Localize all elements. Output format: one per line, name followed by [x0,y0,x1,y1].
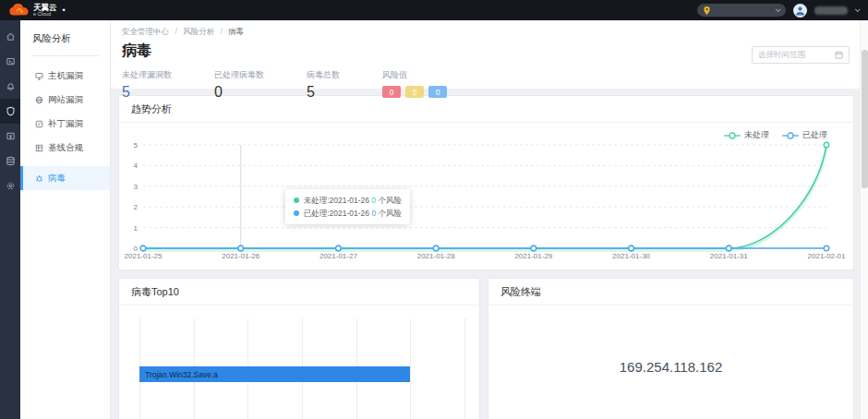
risk-terminal-card: 风险终端 169.254.118.162 [488,278,854,419]
stats-row: 未处理漏洞数 5 已处理病毒数 0 病毒总数 5 风险值 050 [122,69,857,101]
stat-label: 未处理漏洞数 [122,69,172,81]
home-icon[interactable] [0,24,20,49]
brand-dot: • [63,6,66,15]
resources-icon[interactable] [0,149,20,174]
main-content: 安全管理中心 / 风险分析 / 病毒 病毒 未处理漏洞数 5 已处理病毒数 0 … [111,20,868,419]
bell-icon[interactable] [0,74,20,99]
risk-terminal-title: 风险终端 [488,279,853,305]
billing-icon[interactable] [0,124,20,149]
brand-logo[interactable]: 天翼云 e Cloud • [7,4,66,17]
chevron-down-icon [776,6,781,12]
stat-value: 5 [122,84,172,101]
host-monitor-icon [35,72,43,80]
grid-icon [35,144,43,152]
page-header: 安全管理中心 / 风险分析 / 病毒 病毒 未处理漏洞数 5 已处理病毒数 0 … [111,20,868,89]
scrollbar-thumb[interactable] [862,50,868,188]
risk-badge: 0 [382,86,401,98]
series-dot-icon [294,210,299,216]
risk-terminal-body: 169.254.118.162 [488,305,853,419]
breadcrumb-current: 病毒 [228,27,244,36]
sidebar-item-website-vuln[interactable]: 网站漏洞 [20,89,110,111]
stat-label: 已处理病毒数 [214,69,264,81]
sidebar-item-label: 主机漏洞 [48,70,83,82]
y-axis-tick: 4 [121,162,138,170]
x-axis-tick: 2021-01-27 [319,252,357,260]
x-axis-tick: 2021-01-30 [612,252,650,260]
y-axis-tick: 1 [121,224,138,233]
x-axis-tick: 2021-01-31 [710,252,748,260]
sidebar-item-host-vuln[interactable]: 主机漏洞 [20,65,110,87]
breadcrumb-risk-analysis[interactable]: 风险分析 [183,27,214,36]
chart-tooltip: 未处理:2021-01-26 0 个风险已处理:2021-01-26 0 个风险 [285,189,410,224]
security-shield-icon[interactable] [0,99,20,124]
user-menu-chevron-icon[interactable] [855,6,861,12]
settings-gear-icon[interactable] [0,174,20,198]
sidebar-item-baseline-compliance[interactable]: 基线合规 [20,137,110,159]
virus-top10-chart: Trojan.Win32.Save.a [139,318,464,419]
calendar-icon [835,51,843,59]
cloud-logo-icon [7,4,30,17]
sidebar-item-virus[interactable]: 病毒 [20,166,110,190]
stat-unhandled-vuln: 未处理漏洞数 5 [122,69,172,101]
virus-bar-label: Trojan.Win32.Save.a [139,370,218,379]
breadcrumb-separator: / [221,27,223,36]
series-dot-icon [294,198,299,203]
date-range-picker[interactable]: 选择时间范围 [752,46,850,64]
legend-marker-icon [782,132,799,139]
x-axis-tick: 2021-01-29 [514,252,552,260]
sidebar-title: 风险分析 [20,20,110,45]
breadcrumb: 安全管理中心 / 风险分析 / 病毒 [122,27,857,38]
virus-top10-title: 病毒Top10 [119,279,479,305]
stat-label: 病毒总数 [307,69,340,81]
legend-item-已处理[interactable]: 已处理 [782,129,827,141]
stat-virus-total: 病毒总数 5 [307,69,340,101]
bar-gridline [464,318,465,419]
y-axis-tick: 3 [121,183,138,191]
chart-legend: 未处理已处理 [724,129,827,141]
stat-risk-value: 风险值 050 [382,69,447,101]
breadcrumb-security-center[interactable]: 安全管理中心 [122,27,169,36]
sidebar-item-label: 基线合规 [48,142,83,154]
icon-rail [0,20,20,419]
risk-terminal-ip[interactable]: 169.254.118.162 [620,359,723,375]
sidebar-item-label: 病毒 [48,173,66,185]
bar-gridline [410,318,411,419]
tooltip-row: 已处理:2021-01-26 0 个风险 [294,207,402,220]
y-axis-tick: 5 [121,141,138,150]
topbar: 天翼云 e Cloud • [0,0,868,20]
y-axis-tick: 2 [121,203,138,211]
person-icon [795,6,805,16]
region-select[interactable] [697,4,786,17]
stat-value: 5 [307,84,340,101]
patch-icon [35,120,43,128]
globe-icon [35,96,43,104]
location-pin-icon [704,6,710,15]
sidebar-item-label: 网站漏洞 [48,94,83,106]
stat-label: 风险值 [382,69,447,81]
risk-badge: 5 [405,86,424,98]
sidebar-item-patch-vuln[interactable]: 补丁漏洞 [20,113,110,135]
risk-badge-row: 050 [382,86,447,98]
legend-marker-icon [724,132,741,139]
risk-badge: 0 [428,86,447,98]
tooltip-row: 未处理:2021-01-26 0 个风险 [294,194,402,207]
stat-handled-virus: 已处理病毒数 0 [214,69,264,101]
brand-name: 天翼云 [33,4,57,11]
trend-chart: 未处理已处理 未处理:2021-01-26 0 个风险已处理:2021-01-2… [119,123,853,270]
sidebar-divider [31,55,99,56]
virus-bar[interactable]: Trojan.Win32.Save.a [139,366,410,382]
legend-item-未处理[interactable]: 未处理 [724,129,769,141]
date-range-placeholder: 选择时间范围 [758,50,805,61]
console-icon[interactable] [0,49,20,74]
virus-top10-card: 病毒Top10 Trojan.Win32.Save.a [118,278,480,419]
user-name-redacted[interactable] [814,6,848,15]
x-axis-tick: 2021-02-01 [808,252,846,260]
virus-bug-icon [35,174,43,183]
breadcrumb-separator: / [175,27,176,36]
trend-analysis-card: 趋势分析 未处理已处理 未处理:2021-01-26 0 个风险已处理:2021… [118,95,854,270]
x-axis-tick: 2021-01-26 [222,252,259,260]
sidebar: 风险分析 主机漏洞 网站漏洞 补丁漏洞 基线合规 病毒 [20,20,111,419]
scrollbar-track[interactable] [860,20,868,419]
x-axis-tick: 2021-01-28 [417,252,455,260]
avatar[interactable] [793,4,807,18]
